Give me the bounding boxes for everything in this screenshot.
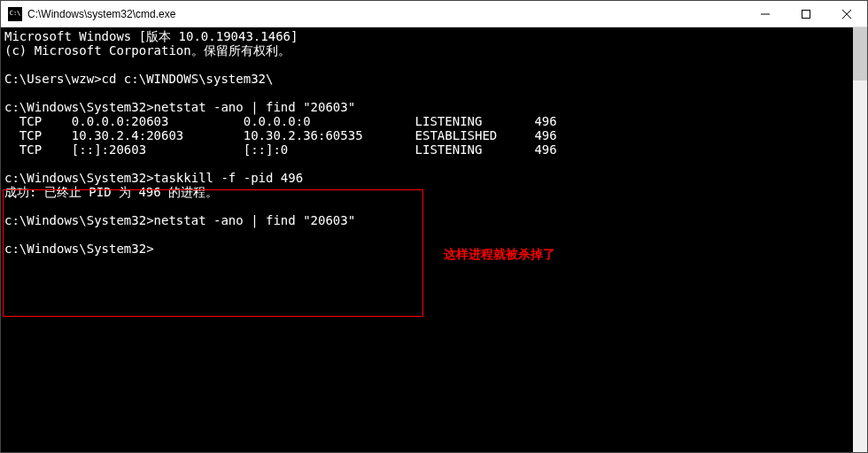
netstat-row: TCP [::]:20603 [::]:0 LISTENING 496 <box>4 142 557 157</box>
terminal-area[interactable]: Microsoft Windows [版本 10.0.19043.1466] (… <box>1 27 867 452</box>
maximize-button[interactable] <box>786 1 826 27</box>
maximize-icon <box>802 10 810 19</box>
window-controls <box>745 1 867 27</box>
prompt-line: c:\Windows\System32>netstat -ano | find … <box>4 100 355 114</box>
titlebar[interactable]: C:\Windows\system32\cmd.exe <box>1 1 867 27</box>
close-icon <box>842 10 851 19</box>
minimize-icon <box>761 10 770 19</box>
netstat-row: TCP 10.30.2.4:20603 10.30.2.36:60535 EST… <box>4 128 557 142</box>
minimize-button[interactable] <box>745 1 786 27</box>
annotation-text: 这样进程就被杀掉了 <box>444 247 555 261</box>
banner-line: Microsoft Windows [版本 10.0.19043.1466] <box>4 29 298 43</box>
prompt-line: C:\Users\wzw>cd c:\WINDOWS\system32\ <box>4 72 273 86</box>
close-button[interactable] <box>826 1 867 27</box>
cmd-icon <box>8 7 22 21</box>
prompt-line: c:\Windows\System32> <box>4 242 154 256</box>
cmd-window: C:\Windows\system32\cmd.exe Microsoft Wi… <box>0 0 868 453</box>
output-line: 成功: 已终止 PID 为 496 的进程。 <box>4 185 218 199</box>
scrollbar-track[interactable] <box>853 27 867 452</box>
banner-line: (c) Microsoft Corporation。保留所有权利。 <box>4 43 291 58</box>
prompt-line: c:\Windows\System32>netstat -ano | find … <box>4 213 355 227</box>
svg-rect-1 <box>802 10 810 18</box>
terminal-content: Microsoft Windows [版本 10.0.19043.1466] (… <box>4 29 851 256</box>
scrollbar-thumb[interactable] <box>853 27 867 81</box>
netstat-row: TCP 0.0.0.0:20603 0.0.0.0:0 LISTENING 49… <box>4 114 557 128</box>
window-title: C:\Windows\system32\cmd.exe <box>27 8 745 20</box>
prompt-line: c:\Windows\System32>taskkill -f -pid 496 <box>4 171 303 185</box>
